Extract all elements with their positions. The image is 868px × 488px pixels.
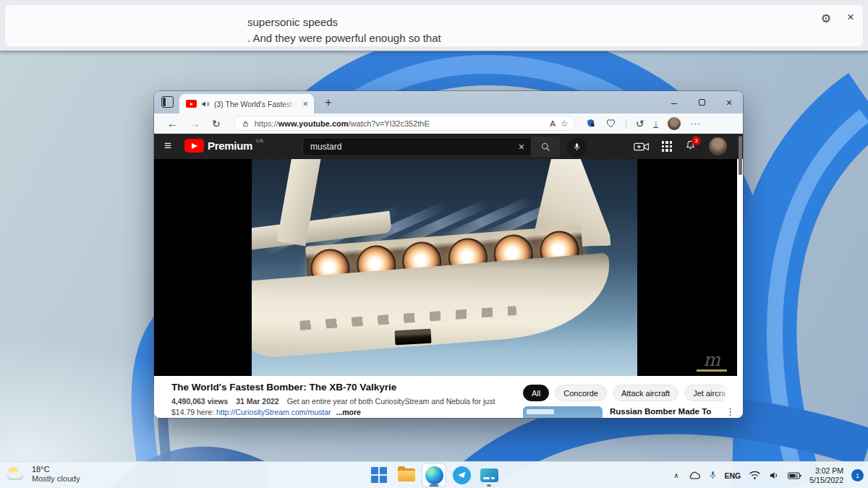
related-video-thumbnail[interactable]	[523, 406, 603, 418]
description-price: $14.79 here:	[171, 408, 214, 416]
live-captions-panel: supersonic speeds . And they were powerf…	[5, 5, 863, 46]
aircraft-fuselage	[252, 252, 614, 360]
captions-settings-gear-icon[interactable]: ⚙	[821, 12, 831, 25]
view-count: 4,490,063 views	[171, 397, 228, 406]
input-language-indicator[interactable]: ENG	[725, 471, 741, 480]
read-aloud-icon[interactable]: A	[550, 119, 556, 128]
related-column: All Concorde Attack aircraft Jet aircra …	[523, 382, 743, 418]
notification-count-badge: 3	[692, 136, 701, 145]
chip-all[interactable]: All	[523, 385, 549, 401]
url-scheme: https://	[255, 119, 278, 128]
search-input[interactable]	[303, 142, 512, 152]
telegram-taskbar-button[interactable]	[450, 463, 473, 487]
window-minimize-button[interactable]: –	[660, 91, 688, 114]
site-lock-icon[interactable]	[242, 119, 250, 128]
url-text[interactable]: https://www.youtube.com/watch?v=Yl32c352…	[255, 119, 545, 128]
show-more-button[interactable]: ...more	[336, 408, 361, 416]
settings-menu-icon[interactable]: ···	[690, 119, 701, 129]
video-frame[interactable]	[252, 159, 637, 376]
tray-overflow-chevron-icon[interactable]: ∧	[673, 471, 678, 479]
back-button[interactable]: ←	[167, 118, 178, 129]
related-video-title[interactable]: Russian Bomber Made To	[610, 406, 726, 416]
vertical-tabs-icon[interactable]	[161, 96, 174, 108]
video-details: The World's Fastest Bomber: The XB-70 Va…	[171, 382, 510, 418]
chip-jet-aircraft[interactable]: Jet aircra	[684, 385, 729, 401]
windows-start-icon	[371, 467, 387, 483]
tab-audio-speaker-icon[interactable]	[201, 100, 210, 108]
search-magnifier-icon	[540, 142, 551, 153]
onedrive-cloud-icon[interactable]	[687, 471, 701, 480]
youtube-country-badge: UA	[256, 138, 263, 143]
live-captions-taskbar-button[interactable]	[477, 463, 501, 487]
window-maximize-button[interactable]	[688, 91, 715, 114]
voice-search-button[interactable]	[567, 137, 587, 157]
live-captions-bar: supersonic speeds . And they were powerf…	[0, 0, 868, 51]
taskbar: 18°C Mostly cloudy	[0, 461, 868, 488]
page-scrollbar[interactable]	[737, 134, 743, 418]
speaker-icon[interactable]	[769, 471, 780, 480]
new-tab-button[interactable]: +	[320, 94, 336, 111]
taskbar-clock[interactable]: 3:02 PM 5/15/2022	[809, 466, 843, 485]
edge-taskbar-button[interactable]	[422, 463, 446, 487]
url-host: www.youtube.com	[278, 119, 349, 128]
scrollbar-thumb[interactable]	[739, 136, 742, 175]
start-button[interactable]	[367, 463, 391, 487]
microphone-icon	[572, 142, 582, 152]
favorite-star-icon[interactable]: ☆	[561, 119, 569, 129]
related-video-row[interactable]: Russian Bomber Made To ⋮	[523, 406, 743, 418]
youtube-play-logo-icon	[184, 139, 204, 153]
video-title: The World's Fastest Bomber: The XB-70 Va…	[171, 382, 510, 393]
edge-icon	[425, 466, 443, 484]
wifi-icon[interactable]	[749, 471, 761, 480]
window-controls: – ×	[660, 91, 743, 114]
youtube-account-avatar[interactable]	[709, 137, 727, 155]
channel-watermark[interactable]: m	[697, 352, 727, 372]
aircraft-hatch	[395, 329, 432, 346]
search-clear-icon[interactable]: ×	[512, 141, 531, 153]
downloads-icon[interactable]: ↓	[653, 119, 658, 128]
youtube-premium-logo[interactable]: Premium UA	[184, 139, 263, 153]
weather-temperature: 18°C	[32, 465, 80, 474]
battery-charging-icon[interactable]	[788, 471, 801, 480]
file-explorer-icon	[398, 468, 415, 481]
browser-tab[interactable]: (3) The World's Fastest Bom ×	[179, 94, 314, 114]
weather-condition: Mostly cloudy	[32, 474, 80, 483]
create-video-icon[interactable]	[634, 141, 650, 153]
browser-profile-avatar[interactable]	[668, 117, 681, 130]
youtube-apps-grid-icon[interactable]	[662, 141, 673, 152]
mustard-watermark-text: m	[697, 352, 727, 368]
fuselage-vents	[299, 306, 516, 330]
browser-toolbar: ← → ↻ https://www.youtube.com/watch?v=Yl…	[154, 114, 743, 134]
upload-date: 31 Mar 2022	[236, 397, 279, 406]
captions-close-icon[interactable]: ×	[847, 10, 854, 25]
window-close-button[interactable]: ×	[715, 91, 743, 114]
tracking-prevention-shield-icon[interactable]	[585, 118, 596, 129]
desktop: supersonic speeds . And they were powerf…	[0, 0, 868, 488]
forward-button[interactable]: →	[190, 118, 200, 129]
telegram-icon	[453, 466, 471, 484]
related-video-menu-icon[interactable]: ⋮	[726, 406, 735, 417]
browser-essentials-heart-icon[interactable]	[605, 118, 616, 129]
live-captions-icon	[480, 468, 498, 482]
youtube-search-area: ×	[302, 137, 587, 157]
chip-attack-aircraft[interactable]: Attack aircraft	[613, 385, 678, 401]
notification-center-badge[interactable]: 1	[851, 469, 864, 481]
description-link[interactable]: http://CuriosityStream.com/mustar	[216, 408, 331, 416]
youtube-brand-text: Premium	[208, 139, 252, 153]
tab-close-icon[interactable]: ×	[301, 99, 310, 108]
file-explorer-button[interactable]	[395, 463, 418, 487]
description-line-1: Get an entire year of both CuriosityStre…	[287, 397, 495, 406]
browser-titlebar[interactable]: (3) The World's Fastest Bom × + – ×	[154, 91, 743, 114]
chip-concorde[interactable]: Concorde	[555, 385, 607, 401]
video-player[interactable]: m	[154, 159, 737, 376]
captions-running-indicator	[487, 484, 491, 487]
search-button[interactable]	[532, 137, 560, 157]
microphone-in-use-icon[interactable]	[709, 470, 717, 481]
notifications-bell[interactable]: 3	[684, 139, 697, 155]
taskbar-weather-widget[interactable]: 18°C Mostly cloudy	[7, 465, 80, 483]
guide-hamburger-icon[interactable]: ≡	[164, 139, 171, 153]
search-box[interactable]: ×	[302, 137, 532, 156]
history-icon[interactable]: ↺	[636, 119, 644, 129]
address-bar[interactable]: https://www.youtube.com/watch?v=Yl32c352…	[234, 116, 575, 131]
refresh-button[interactable]: ↻	[212, 119, 221, 129]
